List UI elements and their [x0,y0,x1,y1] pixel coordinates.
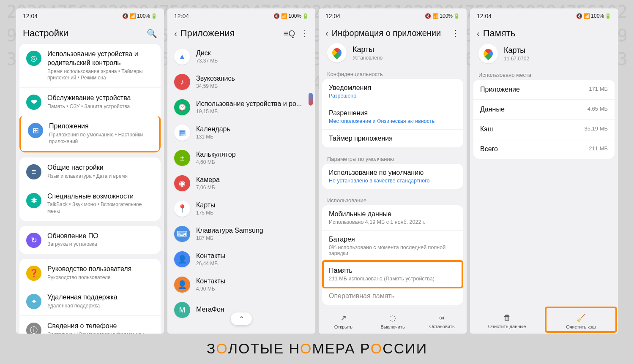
more-icon[interactable]: ⋮ [300,28,309,38]
row-icon: ↻ [26,233,41,248]
maps-icon [327,43,347,62]
bottom-bar: ↗Открыть ◌Выключить ⦻Остановить [319,309,467,334]
status-right: 🔇 📶 100%🔋 [122,13,157,19]
page-title: Настройки [23,28,142,39]
row-title: Использование устройства и родительский … [47,50,154,68]
filter-icon[interactable]: ≡Q [284,29,295,38]
storage-value: 211 МБ [589,145,608,153]
open-icon: ↗ [340,313,347,323]
open-button[interactable]: ↗Открыть [319,309,368,334]
app-row[interactable]: ▦ Календарь 131 МБ [167,120,315,145]
row-icon: ⊞ [28,123,43,138]
app-name: Карты [353,45,383,54]
row-subtitle: Время использования экрана • Таймеры при… [47,68,154,81]
row-title: Обновление ПО [47,232,154,241]
app-row[interactable]: ⌨ Клавиатура Samsung 187 МБ [167,221,315,247]
row-memory[interactable]: Память211 МБ использовано (Память устрой… [322,261,463,287]
settings-row[interactable]: ≡ Общие настройки Язык и клавиатура • Да… [19,158,161,186]
app-name: Карты [196,201,309,209]
settings-row[interactable]: ❤ Обслуживание устройства Память • ОЗУ •… [19,88,161,116]
row-icon: ❤ [26,95,41,110]
app-size: 4,60 МБ [196,159,309,165]
status-bar: 12:04 🔇 📶 100%🔋 [16,8,164,21]
scroll-top-button[interactable]: ⌃ [231,312,252,325]
app-size: 26,44 МБ [196,261,309,266]
row-app-timer[interactable]: Таймер приложения [322,129,463,147]
page-title: Приложения [180,28,279,39]
row-subtitle: Руководство пользователя [47,274,154,281]
settings-row[interactable]: ✱ Специальные возможности TalkBack • Зву… [19,186,161,221]
content: Карты 11.67.0702 Использовано места Прил… [470,44,618,309]
app-icon: ▦ [174,125,190,141]
app-icon: M [174,302,190,318]
row-icon: ⓘ [26,323,41,334]
app-icon: 👤 [174,251,190,267]
storage-row: Данные4,65 МБ [473,99,615,119]
app-name: Клавиатура Samsung [196,227,309,234]
storage-label: Всего [480,145,498,153]
row-permissions[interactable]: РазрешенияМестоположение и Физическая ак… [322,104,463,129]
row-title: Руководство пользователя [47,265,154,274]
app-row[interactable]: ▲ Диск 73,37 МБ [167,44,315,69]
app-size: 19,15 МБ [196,109,309,114]
row-icon: ✱ [26,193,41,208]
settings-row[interactable]: ❓ Руководство пользователя Руководство п… [19,259,161,287]
status-right: 🔇 📶 100%🔋 [576,13,611,19]
row-ram-cut[interactable]: Оперативная память [322,287,463,305]
app-row[interactable]: 👤 Контакты 4,90 МБ [167,272,315,297]
row-subtitle: TalkBack • Звук моно • Вспомогательное м… [47,201,154,215]
row-subtitle: Удаленная поддержка [47,303,154,310]
content: Карты Установлено Конфиденциальность Уве… [319,43,467,309]
clear-cache-button[interactable]: 🧹Очистить кэш [544,309,618,334]
search-icon[interactable]: 🔍 [147,28,157,38]
section-usage: Использование [322,194,463,205]
row-title: Специальные возможности [47,192,154,201]
row-mobile-data[interactable]: Мобильные данныеИспользовано 4,19 МБ с 1… [322,205,463,230]
status-right: 🔇 📶 100%🔋 [273,13,309,19]
settings-row[interactable]: ✦ Удаленная поддержка Удаленная поддержк… [19,287,161,315]
clear-data-button[interactable]: 🗑Очистить данные [470,309,544,334]
app-size: 131 МБ [196,134,309,140]
storage-row: Приложение171 МБ [473,80,615,99]
screen-app-info: 12:04 🔇 📶 100%🔋 ‹ Информация о приложени… [319,8,467,334]
more-icon[interactable]: ⋮ [451,28,460,38]
app-name: Звукозапись [196,75,309,82]
app-row[interactable]: 👤 Контакты 26,44 МБ [167,247,315,272]
screens-container: 12:04 🔇 📶 100%🔋 Настройки 🔍 ◎ Использова… [4,8,630,334]
settings-row[interactable]: ⓘ Сведения о телефоне Состояние • Юридич… [19,316,161,334]
row-title: Приложения [49,122,152,131]
app-row[interactable]: ◉ Камера 7,06 МБ [167,171,315,196]
app-icon: ± [174,150,190,166]
app-name: Контакты [196,277,309,285]
screen-settings: 12:04 🔇 📶 100%🔋 Настройки 🔍 ◎ Использова… [16,8,164,334]
row-icon: ❓ [26,266,41,281]
app-row[interactable]: ♪ Звукозапись 34,59 МБ [167,69,315,95]
back-icon[interactable]: ‹ [325,28,328,38]
scroll-indicator[interactable] [309,93,313,106]
settings-row[interactable]: ◎ Использование устройства и родительски… [19,44,161,88]
stop-button[interactable]: ⦻Остановить [417,309,467,334]
app-name: МегаФон [196,306,309,313]
row-battery[interactable]: Батарея0% использовано с момента последн… [322,230,463,261]
storage-label: Данные [480,106,505,113]
status-bar: 12:04 🔇 📶 100%🔋 [319,8,467,21]
storage-label: Кэш [480,125,493,133]
storage-label: Приложение [480,86,520,93]
app-icon: ⌚ [174,99,190,115]
cache-icon: 🧹 [577,313,586,323]
row-default-usage[interactable]: Использование по умолчаниюНе установлено… [322,164,463,189]
status-time: 12:04 [325,13,340,19]
back-icon[interactable]: ‹ [477,29,480,38]
row-subtitle: Загрузка и установка [47,241,154,248]
row-notifications[interactable]: УведомленияРазрешено [322,79,463,104]
back-icon[interactable]: ‹ [174,29,177,38]
app-row[interactable]: ± Калькулятор 4,60 МБ [167,145,315,171]
app-row[interactable]: ⌚ Использование устройства и ро... 19,15… [167,95,315,120]
storage-value: 171 МБ [589,86,608,93]
turn-off-button[interactable]: ◌Выключить [368,309,418,334]
settings-row[interactable]: ↻ Обновление ПО Загрузка и установка [19,226,161,254]
settings-row[interactable]: ⊞ Приложения Приложения по умолчанию • Н… [19,116,161,152]
header: ‹ Информация о приложении ⋮ [319,21,467,43]
app-row[interactable]: 📍 Карты 175 МБ [167,196,315,221]
app-size: 4,90 МБ [196,286,309,292]
